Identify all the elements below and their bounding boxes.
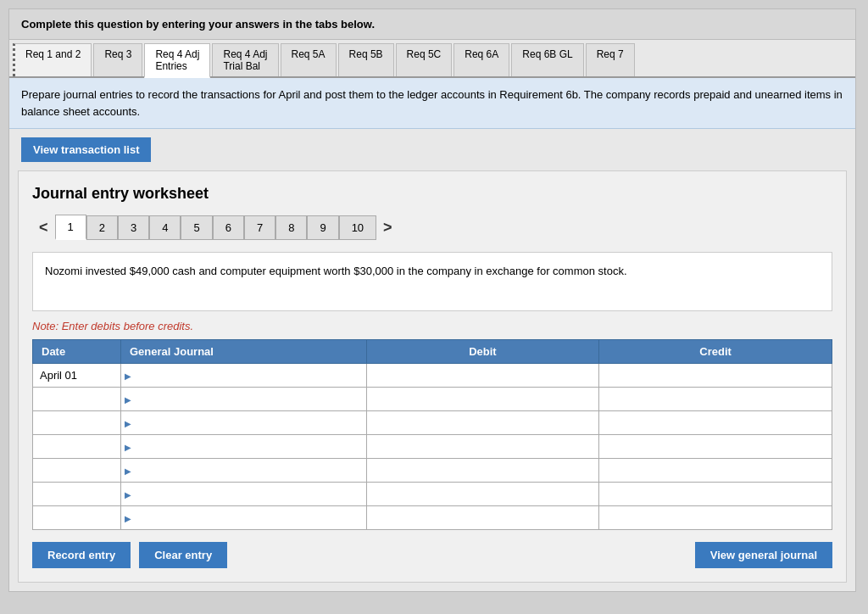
worksheet-container: Journal entry worksheet < 1 2 3 4 5 6 7 …	[18, 170, 847, 583]
tab-req7[interactable]: Req 7	[586, 43, 635, 76]
description-text: Prepare journal entries to record the tr…	[21, 88, 843, 118]
description-bar: Prepare journal entries to record the tr…	[9, 78, 855, 129]
table-row	[33, 459, 832, 483]
journal-table: Date General Journal Debit Credit April …	[32, 339, 832, 530]
date-cell-5	[33, 459, 121, 483]
debit-input-4[interactable]	[367, 435, 599, 458]
table-row	[33, 483, 832, 506]
bottom-buttons: Record entry Clear entry View general jo…	[32, 542, 832, 568]
credit-input-2[interactable]	[599, 388, 832, 410]
debit-input-2[interactable]	[367, 388, 599, 410]
col-header-date: Date	[33, 340, 121, 364]
journal-input-1[interactable]	[121, 364, 366, 387]
table-row	[33, 435, 832, 459]
journal-input-6[interactable]	[121, 483, 366, 505]
entry-tab-3[interactable]: 3	[118, 215, 149, 240]
col-header-debit: Debit	[366, 340, 599, 364]
col-header-journal: General Journal	[120, 340, 366, 364]
clear-entry-button[interactable]: Clear entry	[139, 542, 227, 568]
date-cell-7	[33, 506, 121, 530]
instruction-bar: Complete this question by entering your …	[9, 9, 855, 40]
tab-req4adj-entries[interactable]: Req 4 AdjEntries	[144, 43, 210, 78]
date-cell-3	[33, 411, 121, 435]
tab-req4adj-trial[interactable]: Req 4 AdjTrial Bal	[212, 43, 278, 76]
table-row	[33, 388, 832, 411]
debit-cell-2[interactable]	[366, 388, 599, 411]
debit-input-3[interactable]	[367, 411, 599, 434]
journal-cell-5[interactable]	[120, 459, 366, 483]
credit-input-4[interactable]	[599, 435, 832, 458]
entry-description-box: Nozomi invested $49,000 cash and compute…	[32, 252, 832, 311]
credit-input-7[interactable]	[599, 506, 832, 529]
debit-input-1[interactable]	[367, 364, 599, 387]
view-transaction-button[interactable]: View transaction list	[21, 137, 151, 162]
table-row	[33, 411, 832, 435]
instruction-text: Complete this question by entering your …	[21, 18, 375, 31]
credit-input-5[interactable]	[599, 459, 832, 482]
record-entry-button[interactable]: Record entry	[32, 542, 131, 568]
journal-cell-1[interactable]	[120, 364, 366, 388]
tab-req6a[interactable]: Req 6A	[453, 43, 509, 76]
col-header-credit: Credit	[599, 340, 832, 364]
entry-tab-10[interactable]: 10	[339, 215, 376, 240]
journal-input-4[interactable]	[121, 435, 366, 458]
journal-input-3[interactable]	[121, 411, 366, 434]
debit-input-7[interactable]	[367, 506, 599, 529]
journal-cell-6[interactable]	[120, 483, 366, 506]
tabs-row: Req 1 and 2 Req 3 Req 4 AdjEntries Req 4…	[9, 40, 855, 78]
next-entry-button[interactable]: >	[376, 215, 399, 240]
credit-cell-2[interactable]	[599, 388, 832, 411]
journal-input-2[interactable]	[121, 388, 366, 410]
prev-entry-button[interactable]: <	[32, 215, 55, 240]
entry-description-text: Nozomi invested $49,000 cash and compute…	[45, 265, 627, 277]
entry-tab-7[interactable]: 7	[244, 215, 275, 240]
debit-cell-1[interactable]	[366, 364, 599, 388]
credit-input-6[interactable]	[599, 483, 832, 505]
journal-input-5[interactable]	[121, 459, 366, 482]
worksheet-title: Journal entry worksheet	[32, 185, 832, 203]
journal-cell-2[interactable]	[120, 388, 366, 411]
credit-input-1[interactable]	[599, 364, 832, 387]
entry-note: Note: Enter debits before credits.	[32, 320, 832, 332]
date-cell-1: April 01	[33, 364, 121, 388]
credit-cell-6[interactable]	[599, 483, 832, 506]
entry-tab-2[interactable]: 2	[86, 215, 118, 240]
debit-input-5[interactable]	[367, 459, 599, 482]
entry-tab-1[interactable]: 1	[55, 215, 86, 240]
credit-cell-7[interactable]	[599, 506, 832, 530]
table-row	[33, 506, 832, 530]
debit-cell-4[interactable]	[366, 435, 599, 459]
date-cell-2	[33, 388, 121, 411]
credit-cell-5[interactable]	[599, 459, 832, 483]
entry-tab-4[interactable]: 4	[149, 215, 181, 240]
credit-input-3[interactable]	[599, 411, 832, 434]
tab-req5c[interactable]: Req 5C	[396, 43, 453, 76]
view-general-journal-button[interactable]: View general journal	[695, 542, 832, 568]
tab-req6bgl[interactable]: Req 6B GL	[511, 43, 583, 76]
entry-tab-9[interactable]: 9	[307, 215, 338, 240]
tab-req3[interactable]: Req 3	[93, 43, 142, 76]
entry-tab-8[interactable]: 8	[275, 215, 307, 240]
credit-cell-3[interactable]	[599, 411, 832, 435]
debit-cell-3[interactable]	[366, 411, 599, 435]
debit-cell-6[interactable]	[366, 483, 599, 506]
tab-req1and2[interactable]: Req 1 and 2	[13, 43, 92, 76]
journal-cell-4[interactable]	[120, 435, 366, 459]
journal-cell-7[interactable]	[120, 506, 366, 530]
debit-cell-5[interactable]	[366, 459, 599, 483]
credit-cell-1[interactable]	[599, 364, 832, 388]
entry-navigation: < 1 2 3 4 5 6 7 8 9 10 >	[32, 215, 832, 240]
debit-input-6[interactable]	[367, 483, 599, 505]
table-row: April 01	[33, 364, 832, 388]
entry-tab-5[interactable]: 5	[181, 215, 212, 240]
debit-cell-7[interactable]	[366, 506, 599, 530]
tab-req5a[interactable]: Req 5A	[281, 43, 337, 76]
credit-cell-4[interactable]	[599, 435, 832, 459]
main-container: Complete this question by entering your …	[8, 8, 856, 592]
journal-input-7[interactable]	[121, 506, 366, 529]
journal-cell-3[interactable]	[120, 411, 366, 435]
date-cell-6	[33, 483, 121, 506]
date-cell-4	[33, 435, 121, 459]
entry-tab-6[interactable]: 6	[213, 215, 244, 240]
tab-req5b[interactable]: Req 5B	[338, 43, 394, 76]
